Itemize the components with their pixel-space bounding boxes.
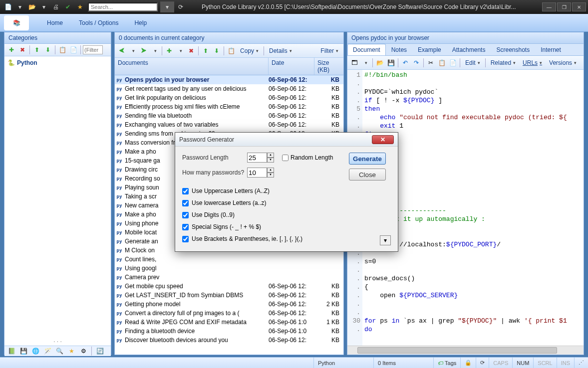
generate-button[interactable]: Generate: [349, 153, 386, 165]
check-icon[interactable]: ✔: [62, 1, 73, 12]
paste-icon[interactable]: 📄: [68, 45, 78, 55]
option-check[interactable]: [182, 212, 189, 218]
lock-icon[interactable]: 🔒: [460, 358, 476, 368]
tab-document[interactable]: Document: [347, 44, 386, 55]
document-row[interactable]: pyCamera prev: [115, 273, 343, 282]
status-tags[interactable]: 🏷 Tags: [433, 358, 460, 368]
dialog-close-button[interactable]: ✕: [372, 135, 394, 144]
expand-button[interactable]: ▾: [380, 235, 391, 245]
document-row[interactable]: pyGetting phone model06-Sep-06 12:2 KB: [115, 300, 343, 309]
paste-icon[interactable]: 📄: [448, 58, 458, 68]
copy-icon[interactable]: 📋: [226, 46, 236, 56]
maximize-button[interactable]: ❐: [557, 2, 571, 11]
document-row[interactable]: pyGet mobile cpu speed06-Sep-06 12:KB: [115, 282, 343, 291]
down-icon[interactable]: ⬇: [43, 45, 53, 55]
random-length-check[interactable]: [282, 155, 289, 161]
open-icon[interactable]: 📂: [375, 58, 385, 68]
add-icon[interactable]: ✚: [6, 45, 16, 55]
wand-icon[interactable]: 🪄: [42, 346, 52, 356]
disk-icon[interactable]: 💾: [18, 346, 28, 356]
view-icon[interactable]: 🗔: [349, 58, 359, 68]
undo-icon[interactable]: ↶: [400, 58, 410, 68]
spin-down[interactable]: ▼: [267, 158, 274, 163]
star-icon[interactable]: ★: [74, 1, 85, 12]
cut-icon[interactable]: ✂: [426, 58, 436, 68]
redo-icon[interactable]: ↷: [411, 58, 421, 68]
dropdown-icon[interactable]: ▾: [38, 1, 49, 12]
document-row[interactable]: pyConvert a directory full of png images…: [115, 309, 343, 318]
spin-up[interactable]: ▲: [267, 168, 274, 173]
category-filter[interactable]: [83, 45, 103, 54]
h-scrollbar[interactable]: [347, 346, 584, 355]
document-row[interactable]: pyGet recent tags used by any user on de…: [115, 84, 343, 93]
document-row[interactable]: pyUsing googl: [115, 264, 343, 273]
search-dropdown[interactable]: ▾: [160, 1, 174, 12]
option-check[interactable]: [182, 236, 189, 242]
option-check[interactable]: [182, 200, 189, 206]
resize-grip[interactable]: ⋰: [574, 358, 588, 368]
document-row[interactable]: pyGet LAST_INSERT_ID from Symbian DBMS06…: [115, 291, 343, 300]
fwd-dd[interactable]: [150, 46, 160, 56]
new-icon[interactable]: 📄: [2, 1, 13, 12]
minimize-button[interactable]: —: [542, 2, 556, 11]
scroll-thumb[interactable]: [357, 347, 557, 354]
col-name[interactable]: Documents: [115, 58, 269, 75]
back-icon[interactable]: ⮜: [117, 46, 127, 56]
delete-icon[interactable]: ✖: [17, 45, 27, 55]
edit-button[interactable]: Edit: [462, 58, 483, 67]
back-dd[interactable]: [128, 46, 138, 56]
tab-example[interactable]: Example: [412, 44, 447, 55]
document-row[interactable]: pySending file via bluetooth06-Sep-06 12…: [115, 111, 343, 120]
gear-icon[interactable]: ⚙: [78, 346, 88, 356]
tree-item-python[interactable]: 🐍 Python: [6, 58, 109, 67]
tab-notes[interactable]: Notes: [386, 44, 412, 55]
search-input[interactable]: [88, 2, 158, 11]
refresh-icon[interactable]: ⟳: [476, 358, 489, 368]
copy-icon[interactable]: 📋: [57, 45, 67, 55]
spin-up[interactable]: ▲: [267, 153, 274, 158]
menu-home[interactable]: Home: [39, 18, 71, 28]
refresh-icon[interactable]: ⟳: [175, 1, 186, 12]
document-row[interactable]: pyFinding a bluetooth device06-Sep-06 1:…: [115, 327, 343, 336]
filter-button[interactable]: Filter: [317, 46, 341, 55]
tab-internet[interactable]: Internet: [535, 44, 567, 55]
related-button[interactable]: Related: [488, 58, 519, 67]
fwd-icon[interactable]: ⮞: [139, 46, 149, 56]
book-icon[interactable]: 📗: [6, 346, 16, 356]
count-input[interactable]: [247, 168, 267, 178]
tab-screenshots[interactable]: Screenshots: [491, 44, 535, 55]
add-icon[interactable]: ✚: [164, 46, 174, 56]
length-input[interactable]: [247, 153, 267, 163]
col-date[interactable]: Date: [269, 58, 314, 75]
sync-icon[interactable]: 🔄: [95, 346, 105, 356]
close-dialog-button[interactable]: Close: [349, 169, 386, 181]
add-dd[interactable]: [175, 46, 185, 56]
dropdown-icon[interactable]: ▾: [14, 1, 25, 12]
open-icon[interactable]: 📂: [26, 1, 37, 12]
urls-button[interactable]: URLs: [520, 58, 545, 67]
document-row[interactable]: pyExchanging values of two variables06-S…: [115, 120, 343, 129]
document-row[interactable]: pyOpens pydoc in your browser06-Sep-06 1…: [115, 75, 343, 84]
details-button[interactable]: Details: [266, 46, 295, 55]
view-dd[interactable]: [360, 58, 370, 68]
document-row[interactable]: pyRead & Write JPEG COM and EXIF metadat…: [115, 318, 343, 327]
document-row[interactable]: pyEfficiently process big xml files with…: [115, 102, 343, 111]
globe-icon[interactable]: 🌐: [30, 346, 40, 356]
document-row[interactable]: pyDiscover bluetooth devices around you0…: [115, 336, 343, 345]
copy-icon[interactable]: 📋: [437, 58, 447, 68]
search-icon[interactable]: 🔍: [54, 346, 64, 356]
option-check[interactable]: [182, 224, 189, 230]
save-icon[interactable]: 💾: [386, 58, 396, 68]
versions-button[interactable]: Versions: [546, 58, 580, 67]
option-check[interactable]: [182, 188, 189, 194]
document-row[interactable]: pyGet link popularity on delicious06-Sep…: [115, 93, 343, 102]
col-size[interactable]: Size (KB): [314, 58, 343, 75]
up-icon[interactable]: ⬆: [32, 45, 42, 55]
delete-icon[interactable]: ✖: [186, 46, 196, 56]
close-button[interactable]: ✕: [572, 2, 586, 11]
down-icon[interactable]: ⬇: [212, 46, 222, 56]
menu-help[interactable]: Help: [126, 18, 155, 28]
menu-tools[interactable]: Tools / Options: [71, 18, 126, 28]
dialog-titlebar[interactable]: Password Generator ✕: [175, 133, 398, 147]
document-row[interactable]: pyCount lines,: [115, 255, 343, 264]
